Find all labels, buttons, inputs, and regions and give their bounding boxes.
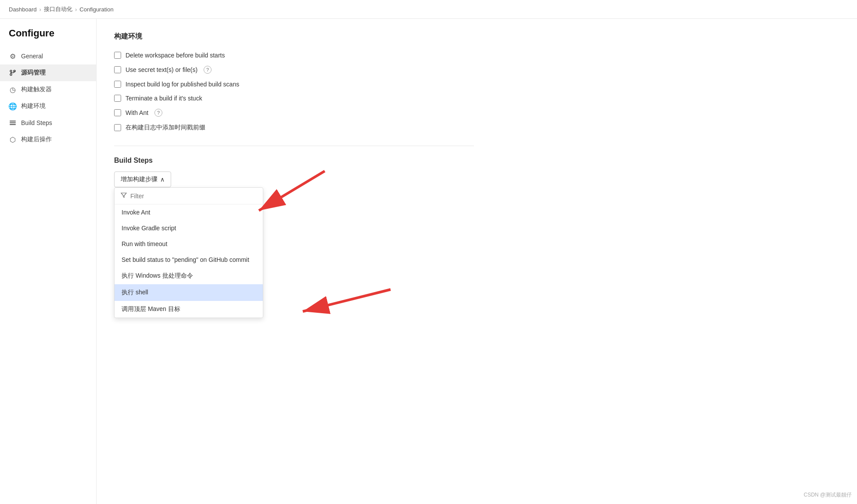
dropdown-item-run-timeout[interactable]: Run with timeout (115, 236, 263, 252)
sidebar-item-trigger-label: 构建触发器 (21, 86, 52, 93)
delete-workspace-checkbox[interactable] (114, 52, 121, 59)
inspect-log-checkbox[interactable] (114, 81, 121, 88)
section-divider (114, 146, 474, 146)
svg-rect-3 (10, 121, 16, 122)
dropdown-filter-row (115, 188, 263, 204)
build-env-title: 构建环境 (114, 32, 474, 41)
svg-rect-5 (10, 124, 16, 125)
dropdown-item-invoke-ant[interactable]: Invoke Ant (115, 204, 263, 220)
dropdown-item-exec-shell[interactable]: 执行 shell (115, 284, 263, 301)
list-icon (9, 119, 17, 127)
checkbox-use-secret: Use secret text(s) or file(s) ? (114, 62, 474, 77)
dropdown-item-invoke-maven[interactable]: 调用顶层 Maven 目标 (115, 301, 263, 318)
with-ant-checkbox[interactable] (114, 109, 121, 116)
timestamp-label[interactable]: 在构建日志中添加时间戳前缀 (126, 124, 205, 132)
sidebar-title: Configure (0, 28, 96, 48)
add-step-dropdown-container: 增加构建步骤 ∧ (114, 172, 171, 187)
svg-point-0 (10, 70, 12, 72)
sidebar: Configure ⚙ General 源码管理 ◷ 构建触发器 (0, 19, 97, 504)
main-content: 构建环境 Delete workspace before build start… (97, 19, 491, 504)
dropdown-item-exec-windows[interactable]: 执行 Windows 批处理命令 (115, 268, 263, 284)
terminate-stuck-label[interactable]: Terminate a build if it's stuck (126, 95, 202, 102)
svg-rect-4 (10, 122, 16, 123)
sidebar-item-buildsteps-label: Build Steps (21, 119, 52, 126)
watermark: CSDN @测试最靓仔 (803, 491, 852, 499)
timestamp-checkbox[interactable] (114, 124, 121, 131)
cube-icon: ⬡ (9, 136, 17, 143)
breadcrumb-sep-1: › (39, 6, 41, 13)
inspect-log-label[interactable]: Inspect build log for published build sc… (126, 81, 239, 88)
dropdown-filter-input[interactable] (130, 193, 257, 200)
checkbox-timestamp: 在构建日志中添加时间戳前缀 (114, 120, 474, 135)
branch-icon (9, 69, 17, 77)
with-ant-label[interactable]: With Ant (126, 109, 148, 116)
sidebar-item-env-label: 构建环境 (21, 102, 46, 110)
chevron-up-icon: ∧ (160, 176, 165, 183)
sidebar-item-post-label: 构建后操作 (21, 136, 52, 143)
globe-icon: 🌐 (9, 102, 17, 110)
add-step-dropdown-menu: Invoke Ant Invoke Gradle script Run with… (114, 187, 263, 318)
breadcrumb-configuration: Configuration (79, 6, 113, 13)
svg-point-1 (10, 74, 12, 75)
build-steps-title: Build Steps (114, 157, 474, 164)
filter-icon (121, 192, 127, 200)
sidebar-item-post[interactable]: ⬡ 构建后操作 (0, 131, 96, 148)
checkbox-with-ant: With Ant ? (114, 105, 474, 120)
breadcrumb-dashboard[interactable]: Dashboard (9, 6, 37, 13)
breadcrumb-sep-2: › (75, 6, 77, 13)
gear-icon: ⚙ (9, 52, 17, 60)
sidebar-item-general[interactable]: ⚙ General (0, 48, 96, 64)
breadcrumb: Dashboard › 接口自动化 › Configuration (0, 0, 857, 19)
sidebar-item-buildsteps[interactable]: Build Steps (0, 114, 96, 131)
with-ant-help-icon[interactable]: ? (154, 109, 162, 117)
sidebar-item-general-label: General (21, 53, 43, 60)
dropdown-item-invoke-gradle[interactable]: Invoke Gradle script (115, 220, 263, 236)
use-secret-checkbox[interactable] (114, 66, 121, 73)
build-steps-section: Build Steps 增加构建步骤 ∧ (114, 157, 474, 187)
sidebar-item-env[interactable]: 🌐 构建环境 (0, 98, 96, 114)
add-step-label: 增加构建步骤 (121, 175, 158, 183)
checkbox-delete-workspace: Delete workspace before build starts (114, 48, 474, 62)
checkbox-inspect-log: Inspect build log for published build sc… (114, 77, 474, 91)
checkbox-terminate-stuck: Terminate a build if it's stuck (114, 91, 474, 105)
clock-icon: ◷ (9, 86, 17, 93)
sidebar-item-trigger[interactable]: ◷ 构建触发器 (0, 81, 96, 98)
dropdown-item-set-build-status[interactable]: Set build status to "pending" on GitHub … (115, 252, 263, 268)
use-secret-help-icon[interactable]: ? (204, 66, 212, 74)
add-step-button[interactable]: 增加构建步骤 ∧ (114, 172, 171, 187)
sidebar-item-source-label: 源码管理 (21, 69, 46, 77)
sidebar-item-source[interactable]: 源码管理 (0, 64, 96, 81)
terminate-stuck-checkbox[interactable] (114, 95, 121, 102)
delete-workspace-label[interactable]: Delete workspace before build starts (126, 52, 225, 59)
breadcrumb-api-automation[interactable]: 接口自动化 (44, 5, 72, 13)
build-env-section: 构建环境 Delete workspace before build start… (114, 32, 474, 135)
use-secret-label[interactable]: Use secret text(s) or file(s) (126, 66, 197, 73)
